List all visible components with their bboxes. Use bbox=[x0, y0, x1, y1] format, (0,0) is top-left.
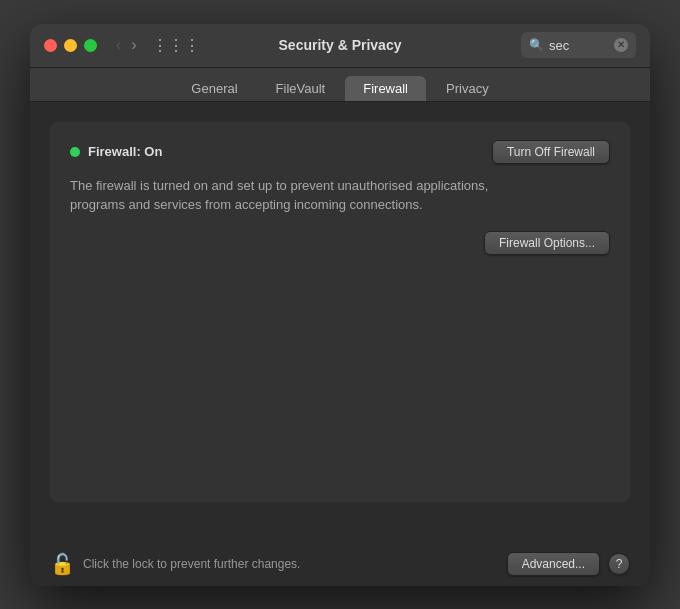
status-left: Firewall: On bbox=[70, 144, 162, 159]
tabs-row: General FileVault Firewall Privacy bbox=[30, 68, 650, 102]
app-grid-icon[interactable]: ⋮⋮⋮ bbox=[152, 36, 200, 55]
firewall-status-label: Firewall: On bbox=[88, 144, 162, 159]
nav-arrows: ‹ › bbox=[113, 37, 140, 53]
content-area: Firewall: On Turn Off Firewall The firew… bbox=[30, 102, 650, 542]
firewall-status-dot bbox=[70, 147, 80, 157]
lock-text: Click the lock to prevent further change… bbox=[83, 557, 499, 571]
tab-general[interactable]: General bbox=[173, 76, 255, 101]
firewall-description: The firewall is turned on and set up to … bbox=[70, 176, 510, 215]
close-button[interactable] bbox=[44, 39, 57, 52]
system-preferences-window: ‹ › ⋮⋮⋮ Security & Privacy 🔍 ✕ General F… bbox=[30, 24, 650, 586]
minimize-button[interactable] bbox=[64, 39, 77, 52]
window-title: Security & Privacy bbox=[279, 37, 402, 53]
tab-privacy[interactable]: Privacy bbox=[428, 76, 507, 101]
tab-firewall[interactable]: Firewall bbox=[345, 76, 426, 101]
maximize-button[interactable] bbox=[84, 39, 97, 52]
search-clear-button[interactable]: ✕ bbox=[614, 38, 628, 52]
firewall-status-row: Firewall: On Turn Off Firewall bbox=[70, 140, 610, 164]
forward-button[interactable]: › bbox=[128, 37, 139, 53]
turn-off-firewall-button[interactable]: Turn Off Firewall bbox=[492, 140, 610, 164]
firewall-options-button[interactable]: Firewall Options... bbox=[484, 231, 610, 255]
firewall-options-row: Firewall Options... bbox=[70, 231, 610, 255]
bottom-bar: 🔓 Click the lock to prevent further chan… bbox=[30, 542, 650, 586]
traffic-lights bbox=[44, 39, 97, 52]
titlebar: ‹ › ⋮⋮⋮ Security & Privacy 🔍 ✕ bbox=[30, 24, 650, 68]
lock-icon[interactable]: 🔓 bbox=[50, 552, 75, 576]
firewall-panel: Firewall: On Turn Off Firewall The firew… bbox=[50, 122, 630, 502]
search-input[interactable] bbox=[549, 38, 609, 53]
tab-filevault[interactable]: FileVault bbox=[258, 76, 344, 101]
search-bar[interactable]: 🔍 ✕ bbox=[521, 32, 636, 58]
search-icon: 🔍 bbox=[529, 38, 544, 52]
advanced-button[interactable]: Advanced... bbox=[507, 552, 600, 576]
help-button[interactable]: ? bbox=[608, 553, 630, 575]
back-button[interactable]: ‹ bbox=[113, 37, 124, 53]
